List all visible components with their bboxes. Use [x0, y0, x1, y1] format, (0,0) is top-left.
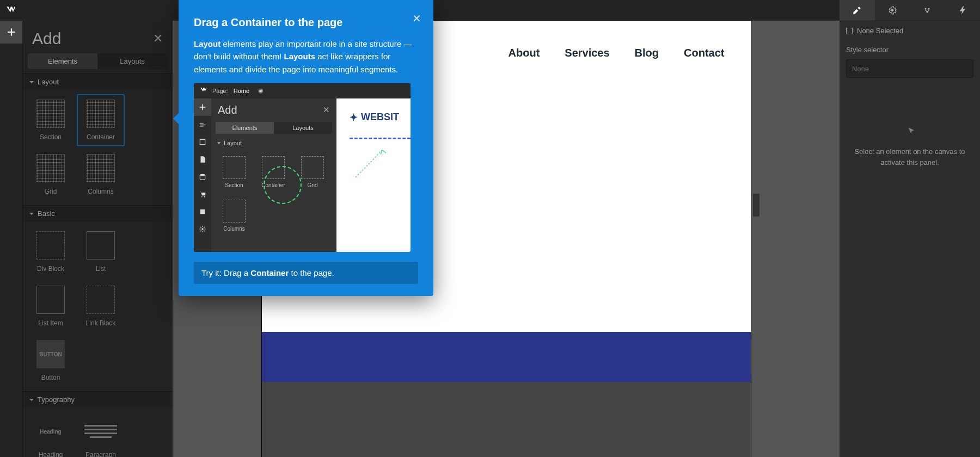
card-button[interactable]: BUTTONButton: [27, 335, 75, 387]
webflow-logo-icon: [199, 87, 207, 95]
tutorial-tip: Try it: Drag a Container to the page.: [194, 262, 418, 284]
close-icon: ✕: [323, 105, 330, 115]
svg-rect-8: [200, 209, 205, 214]
add-panel-tabs: Elements Layouts: [28, 53, 167, 69]
square-icon: [846, 28, 853, 34]
card-div-block[interactable]: Div Block: [27, 226, 75, 278]
card-label: Heading: [39, 451, 63, 457]
interactions-tab[interactable]: [910, 0, 945, 21]
svg-rect-1: [10, 28, 11, 36]
card-label: Button: [41, 374, 60, 381]
tutorial-popup: ✕ Drag a Container to the page Layout el…: [179, 0, 433, 296]
section-header-layout[interactable]: Layout: [22, 74, 173, 90]
empty-state: Select an element on the canvas to activ…: [851, 121, 969, 168]
nav-link-blog[interactable]: Blog: [635, 47, 659, 59]
mini-tab-layouts: Layouts: [274, 122, 332, 134]
mini-add-icon: [194, 98, 211, 116]
mini-page-label: Page:: [212, 88, 228, 94]
mini-add-title: Add: [211, 98, 336, 122]
paragraph-preview: [87, 417, 115, 446]
empty-state-message: Select an element on the canvas to activ…: [851, 146, 969, 168]
nav-link-services[interactable]: Services: [565, 47, 609, 59]
mini-tab-elements: Elements: [216, 122, 274, 134]
card-label: Grid: [45, 188, 57, 195]
scrollbar-handle[interactable]: [753, 194, 759, 217]
card-label: List Item: [38, 319, 63, 327]
svg-point-5: [200, 174, 205, 176]
card-label: Link Block: [86, 319, 116, 327]
section-title-basic: Basic: [38, 209, 55, 218]
svg-point-9: [201, 228, 204, 230]
card-container[interactable]: Container: [77, 94, 125, 146]
card-label: List: [96, 265, 106, 273]
highlight-circle: [264, 166, 302, 204]
card-label: Section: [40, 133, 62, 141]
svg-rect-4: [200, 139, 205, 144]
left-toolbar: [0, 21, 22, 457]
site-footer[interactable]: [262, 332, 751, 382]
tutorial-title: Drag a Container to the page: [194, 16, 418, 29]
card-grid[interactable]: Grid: [27, 149, 75, 201]
mini-box-icon: [194, 133, 211, 151]
tab-layouts[interactable]: Layouts: [97, 53, 167, 69]
mini-drop-target: [350, 138, 411, 139]
effects-tab[interactable]: [945, 0, 981, 21]
card-heading[interactable]: HeadingHeading: [27, 412, 75, 457]
add-panel: Add ✕ Elements Layouts Layout Section Co…: [22, 21, 173, 457]
section-title-typography: Typography: [38, 396, 75, 404]
card-list[interactable]: List: [77, 226, 125, 278]
heading-preview: Heading: [36, 417, 65, 446]
tutorial-body: Layout elements play an important role i…: [194, 38, 418, 76]
top-bar: [0, 0, 980, 21]
style-tab[interactable]: [840, 0, 875, 21]
mini-site-logo: ✦ WEBSIT: [350, 112, 399, 123]
svg-rect-3: [202, 104, 203, 110]
tab-elements[interactable]: Elements: [28, 53, 97, 69]
card-link-block[interactable]: Link Block: [77, 280, 125, 332]
card-label: Paragraph: [85, 451, 116, 457]
webflow-logo-icon[interactable]: [0, 0, 21, 21]
card-list-item[interactable]: List Item: [27, 280, 75, 332]
mini-page-icon: [194, 151, 211, 168]
svg-point-6: [201, 196, 203, 197]
card-label: Div Block: [37, 265, 64, 273]
settings-tab[interactable]: [875, 0, 910, 21]
section-header-typography[interactable]: Typography: [22, 392, 173, 407]
mini-sec-layout: Layout: [224, 140, 242, 146]
eye-icon: ◉: [258, 87, 264, 94]
card-columns[interactable]: Columns: [77, 149, 125, 201]
add-elements-button[interactable]: [0, 21, 22, 44]
mini-layers-icon: [194, 116, 211, 133]
svg-point-7: [204, 196, 205, 197]
nav-link-contact[interactable]: Contact: [684, 47, 724, 59]
close-icon[interactable]: ✕: [153, 32, 163, 46]
style-selector-label: Style selector: [840, 40, 980, 59]
style-selector-placeholder: None: [852, 65, 869, 73]
svg-point-10: [891, 9, 894, 12]
pointer-click-icon: [851, 121, 969, 137]
canvas-below-fold: [262, 382, 751, 457]
svg-point-12: [928, 8, 930, 10]
svg-point-11: [925, 8, 927, 10]
tutorial-arrow-icon: [352, 143, 390, 181]
mini-card: Section: [215, 151, 253, 194]
close-icon[interactable]: ✕: [412, 12, 421, 25]
button-preview: BUTTON: [36, 340, 65, 368]
nav-link-about[interactable]: About: [509, 47, 540, 59]
card-label: Container: [87, 133, 115, 141]
mini-ecom-icon: [194, 186, 211, 203]
card-paragraph[interactable]: Paragraph: [77, 412, 125, 457]
style-selector-input[interactable]: None: [846, 59, 973, 78]
selected-element-label: None Selected: [857, 27, 903, 35]
tutorial-illustration: Page: Home ◉ Add ✕: [194, 83, 411, 252]
mini-card: Columns: [215, 195, 253, 237]
right-style-panel: None Selected Style selector None Select…: [840, 0, 980, 457]
section-header-basic[interactable]: Basic: [22, 206, 173, 221]
mini-page-name: Home: [234, 88, 249, 94]
selected-element-row: None Selected: [840, 21, 980, 40]
card-section[interactable]: Section: [27, 94, 75, 146]
mini-cms-icon: [194, 168, 211, 186]
mini-users-icon: [194, 203, 211, 220]
mini-gear-icon: [194, 220, 211, 238]
add-panel-title: Add: [32, 29, 61, 48]
